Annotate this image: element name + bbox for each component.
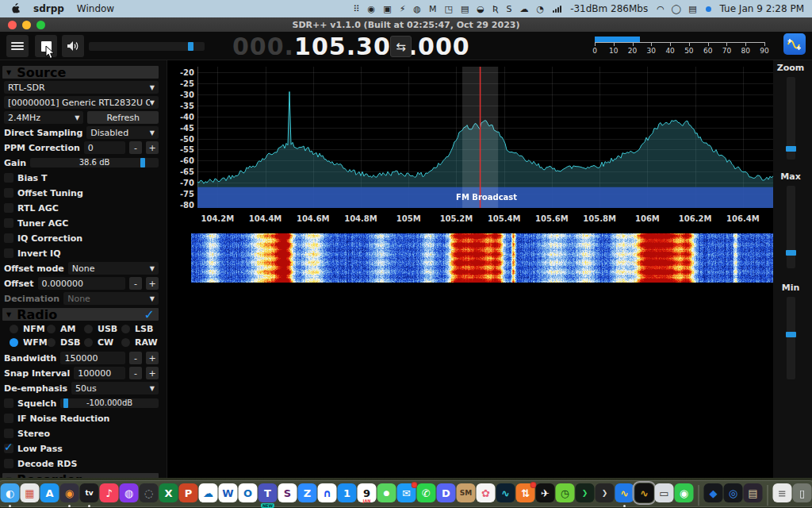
decimation-select[interactable]: None▼ — [63, 292, 159, 305]
dock-item-wave-app[interactable]: ∿ — [496, 483, 515, 507]
cloud-icon[interactable]: ☁ — [520, 5, 529, 13]
stats-icon[interactable]: S — [507, 5, 512, 13]
dock-item-terminal-dark[interactable]: ❯ — [596, 483, 615, 507]
screen-mirror-icon[interactable]: ▤ — [688, 5, 696, 13]
dock-item-mosaic[interactable]: ◌ — [140, 483, 159, 507]
frequency-dim-digits[interactable]: 000. — [232, 33, 294, 60]
zoom-slider-handle[interactable] — [786, 146, 796, 152]
gain-slider-handle[interactable] — [140, 158, 145, 167]
dock-item-teams[interactable]: TNEW — [259, 483, 278, 507]
refresh-button[interactable]: Refresh — [87, 111, 159, 124]
tuner-agc-checkbox[interactable] — [4, 218, 13, 228]
dock-item-flighty[interactable]: ✈ — [536, 483, 555, 507]
dock-item-photos[interactable]: ✿ — [477, 483, 496, 507]
source-type-select[interactable]: RTL-SDR▼ — [4, 81, 159, 94]
waterfall-canvas[interactable] — [191, 233, 774, 283]
frequency-lit-digits[interactable]: 105.300.000 — [294, 33, 470, 60]
low-pass-checkbox[interactable]: ✓ — [4, 444, 13, 453]
offset-tuning-checkbox[interactable] — [4, 188, 13, 198]
globe-gray-icon[interactable]: ◯ — [672, 5, 681, 13]
dock-item-powerpoint[interactable]: P — [179, 483, 198, 507]
rtl-agc-checkbox[interactable] — [4, 203, 13, 213]
dock-item-mail[interactable]: ✉ — [397, 483, 416, 507]
bandwidth-input-decrement-button[interactable]: - — [129, 352, 142, 364]
malwarebytes-icon[interactable]: M — [429, 5, 437, 13]
mode-raw[interactable]: RAW — [121, 336, 159, 349]
offset-mode-select[interactable]: None▼ — [68, 262, 159, 275]
volume-slider[interactable] — [89, 42, 205, 51]
dock-item-firefox[interactable]: ◉ — [60, 483, 79, 507]
wifi-icon[interactable]: ◠ — [657, 5, 665, 13]
squelch-slider[interactable]: -100.000dB — [60, 398, 159, 408]
dock-item-app-store[interactable]: A — [40, 483, 59, 507]
window-titlebar[interactable]: SDR++ v1.1.0 (Built at 02:25:47, Oct 29 … — [0, 17, 812, 32]
min-slider[interactable] — [787, 297, 795, 379]
spotify-icon[interactable]: ◍ — [413, 5, 421, 13]
dock-item-discord[interactable]: D — [437, 483, 456, 507]
offset-input-increment-button[interactable]: + — [146, 277, 159, 290]
bolt-icon[interactable]: ⚡ — [400, 5, 406, 13]
dock-item-zoom-app[interactable]: Z — [298, 483, 317, 507]
min-slider-handle[interactable] — [786, 332, 796, 337]
dock-item-music[interactable]: ♪ — [100, 483, 119, 507]
mute-button[interactable] — [62, 35, 84, 57]
dock-item-excel[interactable]: X — [159, 483, 178, 507]
dock-item-calendar[interactable]: 9JAN — [358, 483, 377, 507]
volume-slider-handle[interactable] — [188, 42, 193, 51]
fft-spectrum-canvas[interactable] — [197, 67, 774, 208]
alfred-icon[interactable]: Ʀ — [492, 5, 499, 13]
menu-button[interactable] — [6, 35, 29, 57]
snap-interval-input-decrement-button[interactable]: - — [129, 367, 142, 379]
if-noise-reduction-checkbox[interactable] — [4, 414, 13, 423]
dock-item-trash[interactable]: ▯ — [793, 483, 812, 507]
gauge-icon[interactable]: ◔ — [537, 5, 545, 13]
decode-rds-checkbox[interactable] — [4, 459, 13, 468]
invert-iq-checkbox[interactable] — [4, 248, 13, 258]
dock-item-apple-tv[interactable]: tv — [80, 483, 99, 507]
ppm-correction-input-increment-button[interactable]: + — [146, 141, 159, 154]
dock-item-sdrpp[interactable]: ∿ — [615, 483, 634, 507]
dock-item-launchpad[interactable]: ▦ — [21, 483, 40, 507]
direct-sampling-select[interactable]: Disabled▼ — [86, 126, 159, 139]
mode-usb[interactable]: USB — [84, 322, 121, 336]
zoom-slider[interactable] — [787, 77, 795, 160]
offset-input[interactable]: 0.000000 — [38, 277, 125, 290]
dock-item-terminal-green[interactable]: ❯ — [576, 483, 595, 507]
mode-nfm[interactable]: NFM — [10, 322, 47, 336]
max-slider-handle[interactable] — [786, 250, 796, 256]
radio-section-header[interactable]: ▼Radio✓ — [2, 308, 159, 321]
dock-item-somos[interactable]: SM — [457, 483, 476, 507]
apple-menu-icon[interactable] — [11, 3, 21, 14]
dock-item-spectrum-analyzer[interactable]: ∿ — [635, 483, 654, 507]
frequency-display[interactable]: 000.105.300.000 — [232, 33, 470, 60]
dock-item-slack[interactable]: S — [278, 483, 297, 507]
ppm-correction-input-decrement-button[interactable]: - — [129, 141, 142, 154]
tuning-mode-button[interactable]: ⇆ — [390, 36, 412, 57]
bias-t-checkbox[interactable] — [4, 173, 13, 183]
deemphasis-select[interactable]: 50us▼ — [71, 382, 159, 394]
spectrum-view[interactable]: -20-25-30-35-40-45-50-55-60-65-70-75-80 … — [167, 60, 773, 478]
dock-item-messages[interactable]: ● — [377, 483, 396, 507]
menubar-app-name[interactable]: sdrpp — [33, 3, 64, 14]
dock-item-screen-sharing[interactable]: ▭ — [655, 483, 674, 507]
max-slider[interactable] — [787, 186, 795, 268]
iq-correction-checkbox[interactable] — [4, 233, 13, 243]
stereo-checkbox[interactable] — [4, 429, 13, 438]
squelch-slider[interactable] — [4, 398, 13, 408]
dock-item-outlook[interactable]: O — [239, 483, 258, 507]
globe-dark-icon[interactable]: ◒ — [477, 5, 485, 13]
device-select[interactable]: [00000001] Generic RTL2832U OEM▼ — [4, 96, 159, 109]
mode-lsb[interactable]: LSB — [121, 322, 159, 336]
dock-item-share-app[interactable]: ⇅ — [516, 483, 535, 507]
dock-item-word[interactable]: W — [219, 483, 238, 507]
control-center-dot-icon[interactable] — [706, 6, 711, 12]
dock-item-documents-folder[interactable]: ≡ — [773, 483, 792, 507]
source-section-header[interactable]: ▼Source — [2, 66, 159, 79]
mode-wfm[interactable]: WFM — [10, 336, 47, 349]
samplerate-select[interactable]: 2.4MHz▼ — [4, 111, 83, 124]
dock-item-circle-app[interactable]: ◎ — [724, 483, 743, 507]
dock-item-clock-app[interactable]: ◷ — [556, 483, 575, 507]
dock-item-camera-app[interactable]: ◉ — [675, 483, 694, 507]
stack-icon[interactable]: ▣ — [383, 5, 391, 13]
display-module-button[interactable] — [783, 33, 806, 55]
